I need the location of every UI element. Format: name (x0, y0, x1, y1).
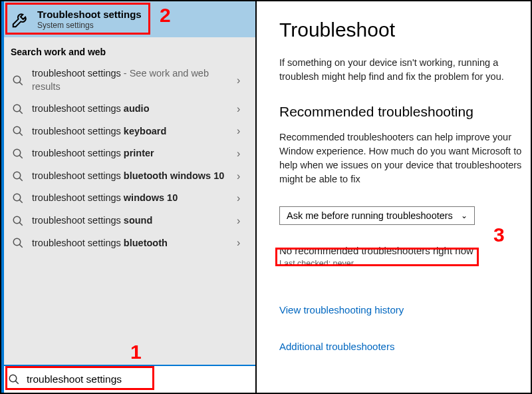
search-result-row[interactable]: troubleshoot settings sound› (1, 210, 255, 232)
search-result-row[interactable]: troubleshoot settings bluetooth› (1, 232, 255, 255)
section-label: Search work and web (1, 37, 255, 63)
search-bar[interactable] (1, 365, 255, 393)
last-checked-text: Last checked: never (279, 259, 531, 268)
svg-point-0 (13, 76, 21, 83)
top-result[interactable]: Troubleshoot settings System settings (1, 1, 255, 37)
result-label: troubleshoot settings bluetooth (32, 237, 237, 250)
search-icon (8, 373, 20, 385)
svg-line-15 (19, 245, 23, 248)
search-result-row[interactable]: troubleshoot settings bluetooth windows … (1, 165, 255, 188)
search-icon (12, 170, 24, 182)
search-icon (12, 75, 24, 87)
svg-line-5 (19, 133, 23, 136)
search-panel: Troubleshoot settings System settings Se… (1, 1, 257, 393)
result-label: troubleshoot settings windows 10 (32, 192, 237, 205)
section-description: Recommended troubleshooters can help imp… (279, 130, 531, 186)
no-recommended-text: No recommended troubleshooters right now (279, 245, 531, 256)
svg-line-1 (19, 82, 23, 85)
result-label: troubleshoot settings - See work and web… (32, 67, 237, 93)
search-result-row[interactable]: troubleshoot settings keyboard› (1, 120, 255, 143)
settings-page: Troubleshoot If something on your device… (257, 1, 531, 393)
svg-line-13 (19, 222, 23, 226)
search-result-row[interactable]: troubleshoot settings windows 10› (1, 187, 255, 210)
wrench-icon (11, 9, 31, 29)
search-input[interactable] (27, 373, 249, 385)
svg-line-17 (15, 381, 19, 384)
search-icon (12, 125, 24, 137)
svg-point-10 (13, 194, 21, 201)
page-title: Troubleshoot (279, 19, 531, 41)
svg-point-6 (13, 149, 21, 156)
search-icon (12, 192, 24, 204)
search-icon (12, 237, 24, 249)
search-icon (12, 103, 24, 115)
result-label: troubleshoot settings printer (32, 147, 237, 160)
top-result-title: Troubleshoot settings (37, 9, 142, 20)
result-label: troubleshoot settings sound (32, 214, 237, 228)
svg-point-12 (13, 216, 21, 224)
search-result-row[interactable]: troubleshoot settings printer› (1, 142, 255, 165)
search-result-row[interactable]: troubleshoot settings audio› (1, 98, 255, 120)
additional-troubleshooters-link[interactable]: Additional troubleshooters (279, 341, 531, 352)
search-icon (12, 148, 24, 160)
top-result-subtitle: System settings (37, 21, 142, 30)
dropdown-label: Ask me before running troubleshooters (287, 210, 453, 221)
svg-point-2 (13, 104, 21, 112)
svg-line-11 (19, 200, 23, 203)
result-label: troubleshoot settings bluetooth windows … (32, 170, 237, 183)
svg-line-9 (19, 178, 23, 181)
chevron-right-icon: › (237, 103, 247, 115)
chevron-right-icon: › (237, 192, 247, 204)
search-icon (12, 215, 24, 227)
result-label: troubleshoot settings audio (32, 102, 237, 116)
svg-line-7 (19, 155, 23, 158)
svg-point-8 (13, 172, 21, 179)
chevron-right-icon: › (237, 237, 247, 249)
svg-point-16 (9, 375, 17, 382)
chevron-right-icon: › (237, 215, 247, 227)
accent-bar (1, 1, 4, 393)
chevron-right-icon: › (237, 170, 247, 182)
chevron-right-icon: › (237, 75, 247, 87)
chevron-down-icon: ⌄ (461, 211, 467, 220)
svg-line-3 (19, 110, 23, 114)
top-result-text: Troubleshoot settings System settings (37, 9, 142, 30)
page-description: If something on your device isn't workin… (279, 56, 531, 84)
results-list: troubleshoot settings - See work and web… (1, 63, 255, 365)
chevron-right-icon: › (237, 125, 247, 137)
result-label: troubleshoot settings keyboard (32, 125, 237, 138)
section-heading: Recommended troubleshooting (279, 104, 531, 120)
search-result-row[interactable]: troubleshoot settings - See work and web… (1, 63, 255, 98)
view-history-link[interactable]: View troubleshooting history (279, 304, 531, 315)
troubleshooter-dropdown[interactable]: Ask me before running troubleshooters ⌄ (279, 206, 475, 225)
chevron-right-icon: › (237, 148, 247, 160)
svg-point-4 (13, 127, 21, 134)
svg-point-14 (13, 239, 21, 246)
